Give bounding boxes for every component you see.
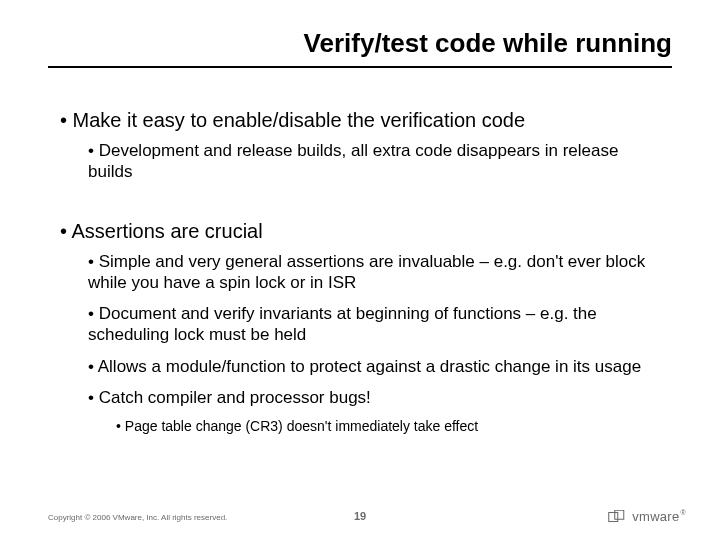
bullet-level1: Assertions are crucial xyxy=(60,219,664,243)
copyright-text: Copyright © 2006 VMware, Inc. All rights… xyxy=(48,513,227,522)
bullet-level2: Allows a module/function to protect agai… xyxy=(88,356,664,377)
slide-footer: Copyright © 2006 VMware, Inc. All rights… xyxy=(0,500,720,522)
registered-mark: ® xyxy=(681,509,686,516)
logo-word: vmware xyxy=(632,509,679,524)
bullet-level2: Catch compiler and processor bugs! xyxy=(88,387,664,408)
spacer xyxy=(60,193,664,219)
vmware-logo: vmware® xyxy=(608,509,686,524)
bullet-level1: Make it easy to enable/disable the verif… xyxy=(60,108,664,132)
bullet-level2: Document and verify invariants at beginn… xyxy=(88,303,664,346)
svg-rect-0 xyxy=(609,512,618,521)
slide-content: Make it easy to enable/disable the verif… xyxy=(60,108,664,444)
slide: Verify/test code while running Make it e… xyxy=(0,0,720,540)
logo-text: vmware® xyxy=(632,509,686,524)
bullet-level2: Simple and very general assertions are i… xyxy=(88,251,664,294)
slide-title: Verify/test code while running xyxy=(304,28,672,59)
bullet-level2: Development and release builds, all extr… xyxy=(88,140,664,183)
bullet-level3: Page table change (CR3) doesn't immediat… xyxy=(116,418,664,436)
boxes-icon xyxy=(608,510,626,524)
svg-rect-1 xyxy=(615,510,624,519)
page-number: 19 xyxy=(354,510,366,522)
title-rule xyxy=(48,66,672,68)
